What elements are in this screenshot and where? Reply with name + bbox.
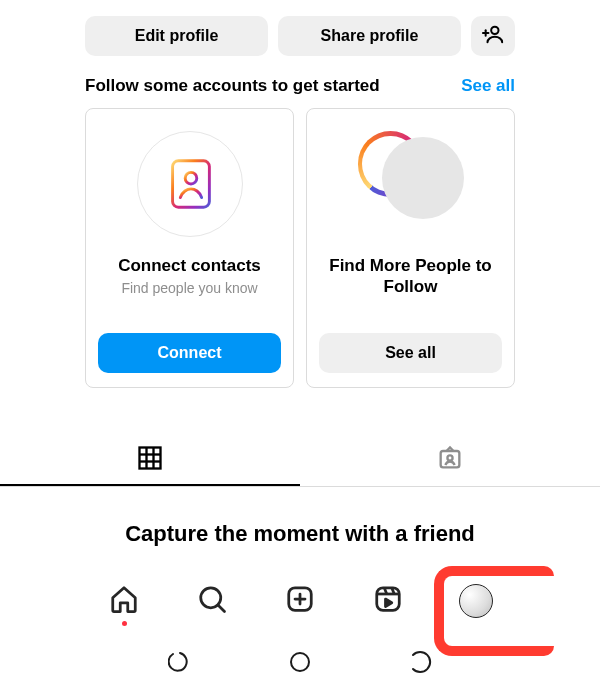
notification-dot xyxy=(122,621,127,626)
see-all-link[interactable]: See all xyxy=(461,76,515,96)
reels-icon xyxy=(373,584,403,618)
story-ring-avatar-icon xyxy=(358,131,464,237)
card-title: Connect contacts xyxy=(118,255,261,276)
tab-tagged[interactable] xyxy=(300,434,600,486)
sys-home[interactable] xyxy=(282,646,318,682)
sys-recents[interactable] xyxy=(162,646,198,682)
card-subtitle: Find people you know xyxy=(121,280,257,296)
svg-rect-15 xyxy=(441,451,460,467)
sys-back[interactable] xyxy=(402,646,438,682)
share-profile-button[interactable]: Share profile xyxy=(278,16,461,56)
nav-profile[interactable] xyxy=(453,578,499,624)
add-person-icon xyxy=(482,23,504,49)
profile-tabs xyxy=(0,434,600,487)
svg-point-0 xyxy=(491,27,498,34)
suggestion-cards: Connect contacts Find people you know Co… xyxy=(0,108,600,388)
nav-home[interactable] xyxy=(101,578,147,624)
search-icon xyxy=(197,584,227,618)
nav-create[interactable] xyxy=(277,578,323,624)
suggestions-title: Follow some accounts to get started xyxy=(85,76,380,96)
bottom-nav xyxy=(0,574,600,628)
svg-point-9 xyxy=(185,172,197,184)
profile-avatar-icon xyxy=(459,584,493,618)
tagged-icon xyxy=(436,444,464,476)
create-icon xyxy=(285,584,315,618)
card-title: Find More People to Follow xyxy=(319,255,502,298)
back-icon xyxy=(408,650,432,678)
edit-profile-button[interactable]: Edit profile xyxy=(85,16,268,56)
nav-search[interactable] xyxy=(189,578,235,624)
discover-people-button[interactable] xyxy=(471,16,515,56)
svg-point-16 xyxy=(447,455,452,460)
nav-reels[interactable] xyxy=(365,578,411,624)
connect-contacts-card: Connect contacts Find people you know Co… xyxy=(85,108,294,388)
close-card-button[interactable] xyxy=(259,117,285,143)
grid-icon xyxy=(136,444,164,476)
system-nav xyxy=(0,642,600,686)
svg-line-18 xyxy=(218,605,224,611)
svg-rect-10 xyxy=(140,448,161,469)
home-icon xyxy=(109,584,139,618)
find-more-card: Find More People to Follow See all xyxy=(306,108,515,388)
svg-point-26 xyxy=(291,653,309,671)
tab-grid[interactable] xyxy=(0,434,300,486)
see-all-button[interactable]: See all xyxy=(319,333,502,373)
connect-button[interactable]: Connect xyxy=(98,333,281,373)
circle-icon xyxy=(288,650,312,678)
contacts-book-icon xyxy=(137,131,243,237)
recents-icon xyxy=(168,650,192,678)
empty-state-title: Capture the moment with a friend xyxy=(0,487,600,555)
